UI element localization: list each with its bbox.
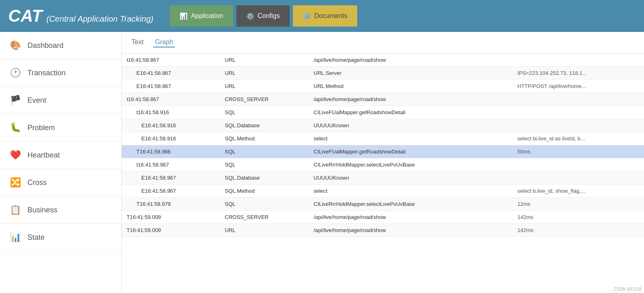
tab-bar: Text Graph (122, 32, 644, 54)
configs-icon: ⚙️ (246, 12, 254, 20)
nav-configs-button[interactable]: ⚙️ Configs (236, 5, 290, 27)
cross-icon: 🔀 (10, 177, 21, 188)
cell-time: t16:41:58.916 (122, 106, 220, 119)
business-icon: 📋 (10, 205, 21, 215)
table-container: t16:41:58.867 URL /api/live/home/page/ro… (122, 54, 644, 293)
cell-type: SQL.Database (220, 119, 309, 132)
cell-time: E16:41:58.867 (122, 80, 220, 93)
tab-graph[interactable]: Graph (153, 38, 175, 47)
nav-application-label: Application (191, 12, 223, 20)
sidebar-item-transaction[interactable]: 🕐 Transaction (0, 59, 121, 87)
transaction-table: t16:41:58.867 URL /api/live/home/page/ro… (122, 54, 644, 237)
sidebar-item-business[interactable]: 📋 Business (0, 196, 121, 224)
cell-extra: 50ms (512, 145, 644, 158)
transaction-icon: 🕐 (10, 68, 21, 78)
table-row: E16:41:58.867 URL URL.Server IPS=223.104… (122, 67, 644, 80)
cell-extra (512, 119, 644, 132)
sidebar-item-cross[interactable]: 🔀 Cross (0, 169, 121, 196)
cell-time: E16:41:58.867 (122, 67, 220, 80)
sidebar-item-problem-label: Problem (27, 124, 55, 132)
cell-extra (512, 54, 644, 67)
table-row: t16:41:58.967 SQL CILiveRrrHoldMapper.se… (122, 158, 644, 171)
sidebar-item-event[interactable]: 🏴 Event (0, 87, 121, 114)
brand: CAT (Central Application Tracking) (8, 6, 153, 26)
nav-documents-button[interactable]: ⚙️ Documents (293, 5, 357, 27)
cell-name: CILiveRrrHoldMapper.selectLivePvUvBase (309, 198, 513, 211)
table-row: T16:41:59.009 CROSS_SERVER /api/live/hom… (122, 211, 644, 224)
cell-time: T16:41:59.009 (122, 224, 220, 237)
cell-type: SQL (220, 158, 309, 171)
nav-documents-label: Documents (314, 12, 347, 20)
table-row: T16:41:58.966 SQL CILiveFUalMapper.getRo… (122, 145, 644, 158)
cell-type: URL (220, 67, 309, 80)
cell-extra: 142ms (512, 211, 644, 224)
cell-time: t16:41:58.867 (122, 54, 220, 67)
cell-name: UUUUUKnown (309, 171, 513, 185)
cell-type: CROSS_SERVER (220, 211, 309, 224)
sidebar-item-heartbeat[interactable]: ❤️ Heartbeat (0, 142, 121, 169)
cell-name: CILiveRrrHoldMapper.selectLivePvUvBase (309, 158, 513, 171)
table-row: t16:41:58.867 URL /api/live/home/page/ro… (122, 54, 644, 67)
table-row: T16:41:58.979 SQL CILiveRrrHoldMapper.se… (122, 198, 644, 211)
cell-type: URL (220, 224, 309, 237)
nav-application-button[interactable]: 📊 Application (170, 5, 233, 27)
heartbeat-icon: ❤️ (10, 150, 21, 160)
cell-name: CILiveFUalMapper.getRoadshowDetail (309, 145, 513, 158)
dashboard-icon: 🎨 (10, 40, 21, 51)
application-icon: 📊 (179, 12, 188, 20)
sidebar-item-event-label: Event (27, 96, 46, 105)
content: Text Graph t16:41:58.867 URL /api/live/h… (122, 32, 644, 293)
cell-extra: 12ms (512, 198, 644, 211)
cell-time: T16:41:58.979 (122, 198, 220, 211)
table-row: E16:41:58.867 URL URL.Method HTTP/POST /… (122, 80, 644, 93)
cell-time: t16:41:58.967 (122, 158, 220, 171)
cell-extra: HTTP/POST /api/live/home... (512, 80, 644, 93)
cell-extra: 142ms (512, 224, 644, 237)
cell-name: URL.Method (309, 80, 513, 93)
event-icon: 🏴 (10, 95, 21, 106)
sidebar-item-cross-label: Cross (27, 178, 47, 187)
cell-type: SQL.Method (220, 185, 309, 198)
table-row: E16:41:58.967 SQL.Database UUUUUKnown (122, 171, 644, 185)
sidebar-item-dashboard[interactable]: 🎨 Dashboard (0, 32, 121, 59)
cell-name: /api/live/home/page/road/show (309, 54, 513, 67)
sidebar-item-state[interactable]: 📊 State (0, 224, 121, 251)
cell-time: t16:41:58.867 (122, 93, 220, 106)
sidebar-item-transaction-label: Transaction (27, 69, 66, 77)
cell-name: /api/live/home/page/road/show (309, 224, 513, 237)
sidebar-item-business-label: Business (27, 206, 57, 214)
cell-type: SQL.Method (220, 132, 309, 145)
header-nav: 📊 Application ⚙️ Configs ⚙️ Documents (170, 5, 357, 27)
cell-extra: select bi.live_id as liveId, b... (512, 132, 644, 145)
header-subtitle: (Central Application Tracking) (46, 14, 153, 24)
cell-type: SQL (220, 198, 309, 211)
cell-extra: select b.live_id, show_flag,... (512, 185, 644, 198)
sidebar-item-heartbeat-label: Heartbeat (27, 151, 60, 160)
cell-extra (512, 106, 644, 119)
problem-icon: 🐛 (10, 122, 21, 133)
table-row: E16:41:58.916 SQL.Method select select b… (122, 132, 644, 145)
cell-name: UUUUUKnown (309, 119, 513, 132)
cell-name: select (309, 132, 513, 145)
sidebar: 🎨 Dashboard 🕐 Transaction 🏴 Event 🐛 Prob… (0, 32, 122, 293)
sidebar-item-state-label: State (27, 233, 45, 242)
tab-text[interactable]: Text (130, 38, 145, 47)
sidebar-item-dashboard-label: Dashboard (27, 41, 63, 50)
cell-time: T16:41:58.966 (122, 145, 220, 158)
cell-name: /api/live/home/page/road/show (309, 93, 513, 106)
cell-time: E16:41:58.916 (122, 132, 220, 145)
nav-configs-label: Configs (258, 12, 280, 20)
cell-type: URL (220, 80, 309, 93)
cell-type: SQL.Database (220, 171, 309, 185)
cell-time: E16:41:58.916 (122, 119, 220, 132)
table-row: E16:41:58.916 SQL.Database UUUUUKnown (122, 119, 644, 132)
main-layout: 🎨 Dashboard 🕐 Transaction 🏴 Event 🐛 Prob… (0, 32, 644, 293)
sidebar-item-problem[interactable]: 🐛 Problem (0, 114, 121, 142)
cell-time: E16:41:58.967 (122, 171, 220, 185)
cell-type: SQL (220, 145, 309, 158)
table-row: E16:41:58.967 SQL.Method select select b… (122, 185, 644, 198)
cell-extra (512, 93, 644, 106)
header: CAT (Central Application Tracking) 📊 App… (0, 0, 644, 32)
cell-name: CILiveFUalMapper.getRoadshowDetail (309, 106, 513, 119)
cell-type: URL (220, 54, 309, 67)
